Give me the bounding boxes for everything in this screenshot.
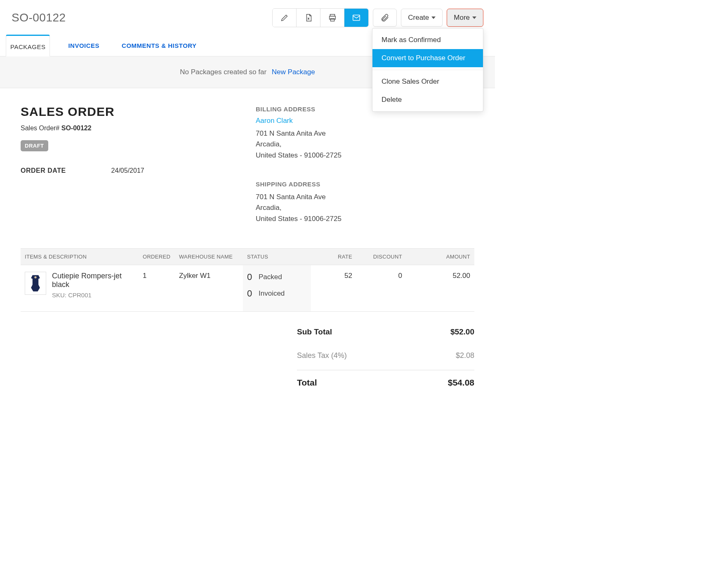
so-prefix: Sales Order# bbox=[21, 125, 61, 132]
tab-packages[interactable]: PACKAGES bbox=[6, 35, 50, 56]
sales-order-number: Sales Order# SO-00122 bbox=[21, 125, 239, 132]
col-amount: AMOUNT bbox=[406, 249, 474, 265]
product-sku: SKU: CPR001 bbox=[52, 292, 134, 299]
items-header-row: ITEMS & DESCRIPTION ORDERED WAREHOUSE NA… bbox=[21, 249, 474, 265]
cell-ordered: 1 bbox=[139, 265, 175, 312]
product-cell: Cutiepie Rompers-jet black SKU: CPR001 bbox=[25, 272, 134, 299]
new-package-link[interactable]: New Package bbox=[272, 68, 315, 76]
create-label: Create bbox=[408, 14, 429, 22]
product-name: Cutiepie Rompers-jet black bbox=[52, 272, 134, 289]
edit-button[interactable] bbox=[273, 9, 297, 27]
so-number: SO-00122 bbox=[61, 125, 92, 132]
document-right: BILLING ADDRESS Aaron Clark 701 N Santa … bbox=[256, 105, 474, 224]
shipping-address-block: SHIPPING ADDRESS 701 N Santa Anita Ave A… bbox=[256, 181, 474, 224]
paperclip-icon bbox=[380, 13, 389, 22]
menu-separator bbox=[372, 70, 483, 70]
menu-delete[interactable]: Delete bbox=[372, 91, 483, 109]
order-date-row: ORDER DATE 24/05/2017 bbox=[21, 167, 239, 174]
subtotal-value: $52.00 bbox=[450, 327, 474, 336]
icon-button-group bbox=[272, 8, 369, 27]
file-pdf-icon bbox=[304, 13, 313, 22]
order-date-value: 24/05/2017 bbox=[111, 167, 144, 174]
packages-empty-text: No Packages created so far bbox=[180, 68, 266, 76]
billing-line1: 701 N Santa Anita Ave bbox=[256, 128, 474, 139]
shipping-line1: 701 N Santa Anita Ave bbox=[256, 192, 474, 202]
svg-rect-3 bbox=[353, 15, 360, 21]
more-button[interactable]: More bbox=[447, 9, 483, 27]
items-section: ITEMS & DESCRIPTION ORDERED WAREHOUSE NA… bbox=[0, 248, 495, 312]
email-button[interactable] bbox=[344, 9, 368, 27]
svg-point-4 bbox=[34, 276, 36, 278]
caret-down-icon bbox=[472, 16, 476, 19]
product-thumbnail bbox=[25, 272, 46, 295]
mail-icon bbox=[352, 13, 361, 22]
shipping-heading: SHIPPING ADDRESS bbox=[256, 181, 474, 188]
printer-icon bbox=[328, 13, 337, 22]
subtotal-label: Sub Total bbox=[297, 327, 332, 336]
tax-label: Sales Tax (4%) bbox=[297, 351, 347, 360]
customer-link[interactable]: Aaron Clark bbox=[256, 117, 474, 125]
packed-count: 0 bbox=[247, 272, 254, 282]
billing-line3: United States - 91006-2725 bbox=[256, 150, 474, 161]
col-discount: DISCOUNT bbox=[356, 249, 406, 265]
tab-comments-history[interactable]: COMMENTS & HISTORY bbox=[118, 35, 201, 56]
document-title: SALES ORDER bbox=[21, 105, 239, 119]
create-button[interactable]: Create bbox=[401, 9, 443, 27]
order-date-label: ORDER DATE bbox=[21, 167, 66, 174]
items-table: ITEMS & DESCRIPTION ORDERED WAREHOUSE NA… bbox=[21, 248, 474, 312]
billing-line2: Arcadia, bbox=[256, 139, 474, 150]
shipping-line3: United States - 91006-2725 bbox=[256, 214, 474, 224]
cell-warehouse: Zylker W1 bbox=[175, 265, 243, 312]
col-items: ITEMS & DESCRIPTION bbox=[21, 249, 139, 265]
col-status: STATUS bbox=[243, 249, 311, 265]
total-label: Total bbox=[297, 378, 317, 388]
more-dropdown: Mark as Confirmed Convert to Purchase Or… bbox=[372, 28, 483, 112]
pencil-icon bbox=[280, 13, 289, 22]
col-rate: RATE bbox=[311, 249, 356, 265]
invoiced-count: 0 bbox=[247, 288, 254, 299]
tax-value: $2.08 bbox=[456, 351, 474, 360]
tab-invoices[interactable]: INVOICES bbox=[64, 35, 104, 56]
col-ordered: ORDERED bbox=[139, 249, 175, 265]
toolbar: Create More Mark as Confirmed Convert to… bbox=[272, 8, 483, 27]
packed-label: Packed bbox=[259, 273, 282, 281]
status-badge: DRAFT bbox=[21, 140, 48, 151]
print-button[interactable] bbox=[320, 9, 344, 27]
more-label: More bbox=[454, 14, 470, 22]
tax-row: Sales Tax (4%) $2.08 bbox=[297, 344, 474, 367]
menu-convert-to-po[interactable]: Convert to Purchase Order bbox=[372, 49, 483, 67]
cell-status: 0Packed 0Invoiced bbox=[243, 265, 311, 312]
subtotal-row: Sub Total $52.00 bbox=[297, 320, 474, 344]
total-value: $54.08 bbox=[448, 378, 474, 388]
shipping-line2: Arcadia, bbox=[256, 202, 474, 213]
totals-section: Sub Total $52.00 Sales Tax (4%) $2.08 To… bbox=[0, 312, 495, 412]
attachment-button[interactable] bbox=[373, 9, 397, 27]
romper-icon bbox=[28, 274, 43, 292]
page-title: SO-00122 bbox=[12, 11, 66, 24]
svg-rect-2 bbox=[330, 19, 334, 21]
document-left: SALES ORDER Sales Order# SO-00122 DRAFT … bbox=[21, 105, 239, 224]
caret-down-icon bbox=[431, 16, 436, 19]
cell-rate: 52 bbox=[311, 265, 356, 312]
cell-discount: 0 bbox=[356, 265, 406, 312]
total-row: Total $54.08 bbox=[297, 370, 474, 395]
table-row: Cutiepie Rompers-jet black SKU: CPR001 1… bbox=[21, 265, 474, 312]
billing-address-block: BILLING ADDRESS Aaron Clark 701 N Santa … bbox=[256, 106, 474, 161]
menu-mark-confirmed[interactable]: Mark as Confirmed bbox=[372, 31, 483, 49]
menu-clone-so[interactable]: Clone Sales Order bbox=[372, 73, 483, 91]
pdf-button[interactable] bbox=[297, 9, 320, 27]
col-warehouse: WAREHOUSE NAME bbox=[175, 249, 243, 265]
cell-amount: 52.00 bbox=[406, 265, 474, 312]
invoiced-label: Invoiced bbox=[259, 289, 285, 298]
